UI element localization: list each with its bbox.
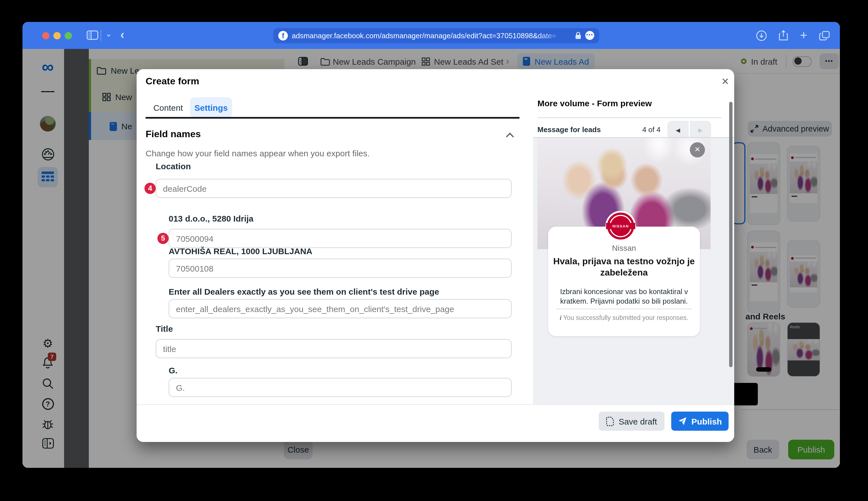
modal-footer: Save draft Publish [137, 404, 734, 442]
annotation-badge-4: 4 [144, 183, 156, 194]
window-minimize-button[interactable] [53, 32, 61, 39]
previous-screen-button[interactable] [667, 121, 689, 139]
publish-button[interactable]: Publish [671, 412, 729, 431]
tab-menu-chevron-icon[interactable] [105, 29, 112, 39]
window-zoom-button[interactable] [65, 32, 72, 39]
section-heading: Field names [146, 129, 201, 140]
tabs-underline [146, 117, 519, 119]
tab-settings[interactable]: Settings [190, 97, 232, 118]
create-form-modal: Create form Content Settings Field names… [137, 69, 734, 442]
field-label-location: Location [156, 161, 191, 171]
downloads-icon[interactable] [756, 30, 767, 41]
preview-heading: More volume - Form preview [537, 98, 652, 108]
screen: f adsmanager.facebook.com/adsmanager/man… [0, 0, 868, 501]
field-input-dealer-2[interactable] [169, 259, 512, 278]
field-input-g[interactable] [169, 378, 512, 397]
preview-canvas: NISSAN Nissan Hvala, prijava na testno v… [533, 138, 734, 406]
draft-document-icon [606, 416, 614, 426]
divider [556, 309, 692, 309]
browser-window: f adsmanager.facebook.com/adsmanager/man… [22, 22, 840, 468]
collapse-section-icon[interactable] [506, 132, 513, 139]
publish-label: Publish [692, 416, 722, 426]
info-icon [560, 314, 561, 321]
field-input-location[interactable] [156, 179, 512, 198]
field-input-title[interactable] [156, 339, 512, 358]
preview-pagination: 4 of 4 [620, 125, 661, 134]
nissan-logo-text: NISSAN [607, 224, 634, 228]
save-draft-label: Save draft [619, 416, 657, 426]
modal-title: Create form [146, 76, 199, 87]
tab-label: Content [153, 103, 183, 112]
field-input-dealer-1[interactable] [169, 229, 512, 248]
titlebar-divider [100, 30, 101, 41]
address-bar[interactable]: f adsmanager.facebook.com/adsmanager/man… [273, 28, 599, 43]
modal-scrollbar[interactable] [729, 102, 732, 367]
field-label-dealer-1: 013 d.o.o., 5280 Idrija [169, 214, 254, 223]
thank-you-card: Nissan Hvala, prijava na testno vožnjo j… [548, 227, 700, 336]
field-label-all-dealers: Enter all Dealers exactly as you see the… [169, 287, 439, 296]
share-icon[interactable] [779, 30, 788, 41]
url-text[interactable]: adsmanager.facebook.com/adsmanager/manag… [292, 31, 571, 40]
facebook-favicon: f [278, 31, 288, 40]
tab-overview-icon[interactable] [819, 31, 830, 40]
thank-you-title: Hvala, prijava na testno vožnjo je zabel… [553, 256, 695, 279]
field-label-dealer-2: AVTOHIŠA REAL, 1000 LJUBLJANA [169, 246, 312, 256]
thank-you-body: Izbrani koncesionar vas bo kontaktiral v… [552, 287, 696, 307]
new-tab-icon[interactable] [800, 30, 807, 41]
tab-label: Settings [194, 103, 228, 112]
section-description: Change how your field names appear when … [146, 148, 369, 158]
message-for-leads-label: Message for leads [537, 125, 601, 134]
form-preview-pane: More volume - Form preview Message for l… [533, 69, 734, 406]
paper-plane-icon [678, 417, 687, 426]
url-options-icon[interactable] [585, 31, 594, 40]
field-label-g: G. [169, 365, 178, 375]
divider [537, 118, 721, 118]
field-input-all-dealers[interactable] [169, 299, 512, 318]
browser-titlebar: f adsmanager.facebook.com/adsmanager/man… [22, 22, 840, 49]
annotation-badge-5: 5 [158, 233, 169, 244]
window-close-button[interactable] [42, 32, 50, 39]
save-draft-button[interactable]: Save draft [599, 412, 664, 431]
submission-note-text: You successfully submitted your response… [563, 314, 688, 321]
lock-icon [575, 32, 581, 39]
tab-content[interactable]: Content [151, 97, 185, 118]
preview-close-icon[interactable] [690, 142, 705, 158]
sidebar-toggle-icon[interactable] [87, 30, 98, 42]
next-screen-button[interactable] [690, 121, 711, 139]
field-label-title: Title [156, 324, 173, 333]
brand-name: Nissan [548, 244, 700, 253]
submission-note: You successfully submitted your response… [548, 314, 700, 321]
back-navigation-icon[interactable] [120, 28, 125, 42]
nissan-logo: NISSAN [606, 211, 636, 241]
